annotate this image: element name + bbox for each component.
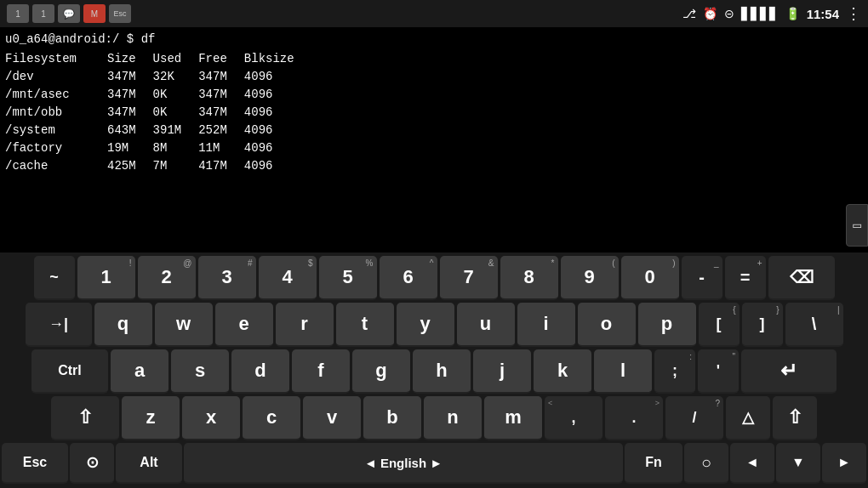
key-period[interactable]: .>	[605, 396, 663, 440]
cell-3-4: 4096	[244, 122, 311, 139]
bluetooth-icon: ⎇	[682, 7, 696, 20]
key-t[interactable]: t	[336, 303, 394, 347]
key-j[interactable]: j	[473, 349, 531, 394]
key-tilde[interactable]: ~	[34, 256, 75, 300]
key-2[interactable]: 2@	[138, 256, 196, 300]
key-o[interactable]: o	[578, 303, 636, 347]
key-i[interactable]: i	[517, 303, 575, 347]
key-slash[interactable]: /?	[665, 396, 723, 440]
key-ctrl[interactable]: Ctrl	[31, 349, 108, 394]
status-bar: 1 1 💬 M Esc ⎇ ⏰ ⊝ ▋▋▋▋ 🔋 11:54 ⋮	[0, 0, 868, 27]
number-row: ~ 1! 2@ 3# 4$ 5% 6^ 7& 8* 9( 0) -_ =+ ⌫	[2, 256, 866, 300]
key-shift-right[interactable]: ⇧	[773, 396, 817, 440]
key-e[interactable]: e	[215, 303, 273, 347]
key-settings[interactable]: ⊙	[70, 443, 114, 484]
cell-0-0: /dev	[5, 68, 107, 86]
key-y[interactable]: y	[397, 303, 454, 347]
key-shift-left[interactable]: ⇧	[51, 396, 119, 440]
key-up-arrow[interactable]: △	[726, 396, 770, 440]
key-c[interactable]: c	[243, 396, 300, 440]
key-b[interactable]: b	[363, 396, 421, 440]
notif-icon-chat: 💬	[58, 4, 80, 23]
table-row: /system643M391M252M4096	[5, 122, 311, 139]
key-s[interactable]: s	[171, 349, 229, 394]
key-left[interactable]: ◄	[730, 443, 774, 484]
key-z[interactable]: z	[122, 396, 180, 440]
notif-icon-2: 1	[32, 4, 54, 23]
key-down[interactable]: ▼	[776, 443, 820, 484]
key-right[interactable]: ►	[822, 443, 866, 484]
cell-1-0: /mnt/asec	[5, 86, 107, 104]
key-m[interactable]: m	[484, 396, 542, 440]
key-v[interactable]: v	[303, 396, 361, 440]
key-d[interactable]: d	[231, 349, 289, 394]
col-free: Free	[198, 50, 244, 68]
col-blksize: Blksize	[244, 50, 311, 68]
key-equal[interactable]: =+	[725, 256, 766, 300]
key-8[interactable]: 8*	[500, 256, 558, 300]
cell-4-0: /factory	[5, 139, 107, 157]
key-x[interactable]: x	[182, 396, 240, 440]
key-5[interactable]: 5%	[319, 256, 377, 300]
key-g[interactable]: g	[352, 349, 410, 394]
cell-0-3: 347M	[198, 68, 244, 86]
key-1[interactable]: 1!	[77, 256, 135, 300]
key-circle[interactable]: ○	[684, 443, 728, 484]
key-7[interactable]: 7&	[440, 256, 498, 300]
key-backslash[interactable]: \|	[785, 303, 843, 347]
key-4[interactable]: 4$	[259, 256, 317, 300]
key-9[interactable]: 9(	[561, 256, 619, 300]
terminal-output: u0_a64@android:/ $ df Filesystem Size Us…	[0, 27, 868, 223]
key-0[interactable]: 0)	[621, 256, 679, 300]
cell-4-1: 19M	[107, 139, 153, 157]
key-minus[interactable]: -_	[682, 256, 722, 300]
key-k[interactable]: k	[534, 349, 591, 394]
key-u[interactable]: u	[457, 303, 515, 347]
window-button[interactable]: ▭	[846, 204, 868, 247]
key-semicolon[interactable]: ;:	[654, 349, 695, 394]
cell-1-4: 4096	[244, 86, 311, 104]
key-h[interactable]: h	[413, 349, 471, 394]
cell-3-1: 643M	[107, 122, 153, 139]
key-esc[interactable]: Esc	[2, 443, 68, 484]
key-alt[interactable]: Alt	[116, 443, 182, 484]
key-l[interactable]: l	[594, 349, 652, 394]
key-3[interactable]: 3#	[198, 256, 256, 300]
more-icon[interactable]: ⋮	[846, 4, 861, 23]
table-row: /cache425M7M417M4096	[5, 157, 311, 175]
status-icons-right: ⎇ ⏰ ⊝ ▋▋▋▋ 🔋 11:54 ⋮	[682, 4, 861, 23]
cell-2-1: 347M	[107, 104, 153, 122]
key-rbracket[interactable]: ]}	[742, 303, 783, 347]
key-q[interactable]: q	[94, 303, 152, 347]
zxcv-row: ⇧ z x c v b n m ,< .> /? △ ⇧	[2, 396, 866, 440]
cell-1-1: 347M	[107, 86, 153, 104]
cell-2-0: /mnt/obb	[5, 104, 107, 122]
key-lbracket[interactable]: [{	[699, 303, 740, 347]
col-size: Size	[107, 50, 153, 68]
cell-5-2: 7M	[153, 157, 199, 175]
wifi-icon: ⊝	[724, 7, 734, 20]
key-a[interactable]: a	[111, 349, 168, 394]
key-f[interactable]: f	[292, 349, 350, 394]
terminal-prompt: u0_a64@android:/ $ df	[5, 31, 863, 48]
cell-2-3: 347M	[198, 104, 244, 122]
key-n[interactable]: n	[424, 396, 482, 440]
cell-5-1: 425M	[107, 157, 153, 175]
key-backspace[interactable]: ⌫	[768, 256, 835, 300]
key-p[interactable]: p	[638, 303, 696, 347]
key-6[interactable]: 6^	[380, 256, 437, 300]
key-fn[interactable]: Fn	[625, 443, 682, 484]
key-r[interactable]: r	[276, 303, 334, 347]
key-comma[interactable]: ,<	[545, 396, 602, 440]
bottom-row: Esc ⊙ Alt ◄ English ► Fn ○ ◄ ▼ ►	[2, 443, 866, 484]
key-enter[interactable]: ↵	[741, 349, 837, 394]
qwerty-row: →| q w e r t y u i o p [{ ]} \|	[2, 303, 866, 347]
key-language[interactable]: ◄ English ►	[184, 443, 623, 484]
table-row: /dev347M32K347M4096	[5, 68, 311, 86]
key-w[interactable]: w	[155, 303, 213, 347]
notif-icon-gmail: M	[83, 4, 106, 23]
key-quote[interactable]: '"	[698, 349, 739, 394]
key-tab[interactable]: →|	[26, 303, 92, 347]
table-row: /factory19M8M11M4096	[5, 139, 311, 157]
table-header-row: Filesystem Size Used Free Blksize	[5, 50, 311, 68]
